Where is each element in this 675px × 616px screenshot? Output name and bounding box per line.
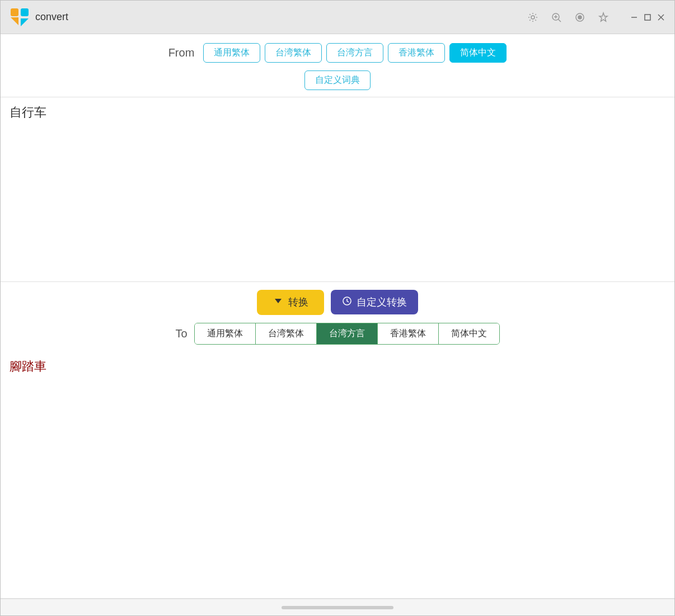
custom-dict-button[interactable]: 自定义词典	[304, 70, 371, 90]
from-row2: 自定义词典	[1, 67, 674, 90]
to-btn-group: 通用繁体 台湾繁体 台湾方言 香港繁体 简体中文	[194, 323, 500, 345]
top-half: From 通用繁体 台湾繁体 台湾方言 香港繁体 简体中文 自定义词典 自行车	[1, 34, 674, 282]
bottom-bar	[1, 599, 674, 615]
zoom-icon[interactable]	[550, 11, 562, 23]
custom-convert-button[interactable]: 自定义转换	[331, 290, 418, 314]
title-bar: convert	[1, 1, 674, 34]
to-btn-taiwan-fangyan[interactable]: 台湾方言	[317, 323, 378, 344]
svg-rect-0	[11, 8, 18, 16]
main-content: From 通用繁体 台湾繁体 台湾方言 香港繁体 简体中文 自定义词典 自行车	[1, 34, 674, 615]
pin-icon[interactable]	[597, 11, 610, 23]
minimize-button[interactable]	[630, 13, 639, 22]
from-controls: From 通用繁体 台湾繁体 台湾方言 香港繁体 简体中文	[1, 43, 674, 63]
convert-section: 转换 自定义转换	[1, 282, 674, 323]
window-controls	[630, 13, 665, 22]
settings-icon[interactable]	[527, 11, 539, 23]
svg-point-10	[578, 16, 582, 19]
svg-marker-15	[275, 299, 282, 303]
from-btn-tongyon-fanti[interactable]: 通用繁体	[203, 43, 260, 63]
app-title: convert	[35, 11, 68, 23]
app-logo	[10, 7, 30, 27]
to-controls: To 通用繁体 台湾繁体 台湾方言 香港繁体 简体中文	[1, 323, 674, 345]
from-section: From 通用繁体 台湾繁体 台湾方言 香港繁体 简体中文 自定义词典	[1, 34, 674, 97]
title-bar-left: convert	[10, 7, 527, 27]
bottom-half: 腳踏車	[1, 351, 674, 599]
to-btn-taiwan-fanti[interactable]: 台湾繁体	[256, 323, 317, 344]
svg-rect-2	[21, 8, 29, 16]
convert-button[interactable]: 转换	[257, 290, 324, 315]
maximize-button[interactable]	[643, 13, 652, 22]
to-section: To 通用繁体 台湾繁体 台湾方言 香港繁体 简体中文	[1, 323, 674, 351]
title-bar-controls	[527, 11, 665, 23]
output-area: 腳踏車	[1, 351, 674, 599]
input-textarea[interactable]: 自行车	[1, 97, 674, 282]
app-window: convert	[0, 0, 675, 616]
from-btn-jianti-zhongwen[interactable]: 简体中文	[449, 43, 507, 63]
scrollbar-indicator[interactable]	[282, 606, 393, 609]
svg-line-6	[559, 19, 561, 22]
svg-rect-12	[645, 15, 650, 20]
svg-point-4	[531, 16, 535, 19]
from-btn-xianggang-fanti[interactable]: 香港繁体	[388, 43, 445, 63]
to-label: To	[175, 327, 187, 340]
to-btn-xianggang-fanti[interactable]: 香港繁体	[378, 323, 439, 344]
svg-marker-1	[11, 17, 18, 25]
close-button[interactable]	[657, 13, 665, 22]
input-wrapper: 自行车	[1, 97, 674, 282]
custom-convert-icon	[342, 296, 352, 309]
to-btn-tongyon-fanti[interactable]: 通用繁体	[195, 323, 256, 344]
from-btn-taiwan-fanti[interactable]: 台湾繁体	[265, 43, 322, 63]
output-wrapper: 腳踏車	[1, 351, 674, 599]
from-btn-taiwan-fangyan[interactable]: 台湾方言	[326, 43, 383, 63]
convert-icon	[273, 295, 284, 309]
svg-marker-3	[21, 18, 29, 26]
record-icon[interactable]	[574, 11, 586, 23]
convert-label: 转换	[288, 295, 308, 309]
to-btn-jianti-zhongwen[interactable]: 简体中文	[439, 323, 499, 344]
custom-convert-label: 自定义转换	[357, 295, 407, 309]
from-label: From	[168, 46, 195, 59]
